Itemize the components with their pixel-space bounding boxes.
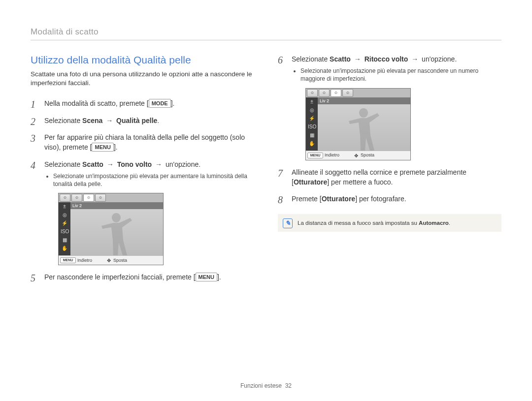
page-footer: Funzioni estese 32 bbox=[0, 382, 532, 389]
level-bar: Liv 2 bbox=[70, 202, 163, 209]
footer-page: 32 bbox=[285, 382, 292, 389]
step-5-a: Per nascondere le imperfezioni facciali,… bbox=[44, 273, 196, 281]
person-silhouette bbox=[346, 105, 381, 151]
right-column: Selezionate Scatto → Ritocco volto → un'… bbox=[278, 54, 501, 289]
step-8-b: ] per fotografare. bbox=[355, 195, 406, 203]
focus-icon: ◎ bbox=[308, 107, 316, 114]
step-1: Nella modalità di scatto, premete [MODE]… bbox=[31, 98, 254, 108]
arrow-icon: → bbox=[353, 55, 363, 63]
exposure-icon: ± bbox=[61, 203, 68, 210]
menu-key: MENU bbox=[196, 273, 217, 281]
camera-tab-icon: ☺ bbox=[60, 194, 70, 202]
arrow-icon: → bbox=[104, 117, 114, 124]
step-4-bold1: Scatto bbox=[82, 160, 103, 168]
note-icon: ✎ bbox=[283, 218, 293, 228]
step-7-bold: Otturatore bbox=[294, 178, 327, 186]
camera-tab-icon: ☺ bbox=[342, 89, 353, 97]
camera-side-icons: ± ◎ ⚡ ISO ▦ ✋ bbox=[306, 97, 318, 151]
step-6-b: un'opzione. bbox=[420, 55, 457, 63]
step-1-text-a: Nella modalità di scatto, premete [ bbox=[44, 99, 149, 107]
step-4-b: un'opzione. bbox=[164, 160, 200, 168]
step-8-a: Premete [ bbox=[292, 195, 322, 203]
camera-footer: MENU Indietro ✥ Sposta bbox=[306, 151, 410, 160]
camera-side-icons: ± ◎ ⚡ ISO ▦ ✋ bbox=[59, 202, 70, 255]
step-8-bold: Otturatore bbox=[322, 195, 355, 203]
step-7-b: ] per mettere a fuoco. bbox=[327, 178, 393, 186]
person-silhouette bbox=[99, 210, 133, 255]
step-7: Allineate il soggetto nella cornice e pr… bbox=[278, 167, 501, 187]
navpad-icon: ✥ bbox=[353, 153, 359, 158]
camera-tab-icon: ☺ bbox=[95, 194, 106, 202]
back-label: Indietro bbox=[325, 152, 353, 158]
arrow-icon: → bbox=[410, 55, 420, 63]
left-column: Utilizzo della modalità Qualità pelle Sc… bbox=[31, 54, 254, 289]
step-6-bold1: Scatto bbox=[330, 55, 351, 63]
step-5-b: ]. bbox=[217, 273, 221, 281]
step-4-a: Selezionate bbox=[44, 160, 82, 168]
camera-footer: MENU Indietro ✥ Sposta bbox=[59, 255, 163, 265]
step-3-b: ]. bbox=[114, 143, 118, 151]
arrow-icon: → bbox=[154, 160, 164, 168]
camera-tabs: ☺ ☺ ☺ ☺ bbox=[59, 193, 163, 202]
step-1-text-b: ]. bbox=[171, 99, 175, 107]
stabilizer-icon: ✋ bbox=[308, 140, 316, 147]
step-6-sub: Selezionate un'impostazione più elevata … bbox=[300, 67, 501, 83]
iso-icon: ISO bbox=[61, 228, 68, 235]
flash-icon: ⚡ bbox=[61, 220, 68, 227]
footer-label: Funzioni estese bbox=[240, 382, 282, 389]
note-text-bold: Automacro bbox=[419, 220, 449, 226]
chapter-title: Modalità di scatto bbox=[31, 27, 501, 40]
step-4-sub: Selezionate un'impostazione più elevata … bbox=[53, 172, 254, 188]
grid-icon: ▦ bbox=[308, 132, 316, 139]
step-3: Per far apparire più chiara la tonalità … bbox=[31, 132, 254, 153]
menu-key: MENU bbox=[307, 153, 323, 158]
camera-tab-icon: ☺ bbox=[319, 89, 330, 97]
step-2-a: Selezionate bbox=[44, 117, 82, 124]
camera-tab-icon: ☺ bbox=[71, 194, 82, 202]
step-4-bold2: Tono volto bbox=[117, 160, 152, 168]
note-text-a: La distanza di messa a fuoco sarà impost… bbox=[298, 220, 419, 226]
grid-icon: ▦ bbox=[61, 237, 68, 244]
menu-key: MENU bbox=[60, 257, 76, 263]
move-label: Sposta bbox=[113, 257, 127, 264]
camera-tab-icon: ☺ bbox=[331, 89, 341, 97]
mode-key: MODE bbox=[149, 99, 171, 108]
step-8: Premete [Otturatore] per fotografare. bbox=[278, 194, 501, 204]
flash-icon: ⚡ bbox=[308, 115, 316, 122]
stabilizer-icon: ✋ bbox=[61, 245, 68, 252]
section-intro: Scattate una foto di una persona utilizz… bbox=[31, 70, 254, 88]
camera-tab-icon: ☺ bbox=[83, 194, 94, 202]
section-title: Utilizzo della modalità Qualità pelle bbox=[31, 54, 254, 66]
camera-tabs: ☺ ☺ ☺ ☺ bbox=[306, 89, 410, 97]
back-label: Indietro bbox=[77, 257, 106, 264]
step-5: Per nascondere le imperfezioni facciali,… bbox=[31, 272, 254, 282]
step-2-end: . bbox=[157, 117, 159, 124]
camera-screen-1: ☺ ☺ ☺ ☺ ± ◎ ⚡ ISO ▦ ✋ bbox=[58, 193, 164, 265]
arrow-icon: → bbox=[105, 160, 115, 168]
menu-key: MENU bbox=[92, 143, 113, 152]
step-6-bold2: Ritocco volto bbox=[365, 55, 408, 63]
level-bar: Liv 2 bbox=[318, 97, 410, 104]
step-3-a: Per far apparire più chiara la tonalità … bbox=[44, 133, 245, 151]
note-text-b: . bbox=[449, 220, 450, 226]
step-2-bold2: Qualità pelle bbox=[116, 117, 157, 124]
camera-screen-2: ☺ ☺ ☺ ☺ ± ◎ ⚡ ISO ▦ ✋ bbox=[305, 88, 411, 160]
move-label: Sposta bbox=[361, 152, 374, 158]
step-4: Selezionate Scatto → Tono volto → un'opz… bbox=[31, 159, 254, 266]
step-6-a: Selezionate bbox=[292, 55, 330, 63]
note-box: ✎ La distanza di messa a fuoco sarà impo… bbox=[278, 214, 501, 232]
step-2: Selezionate Scena → Qualità pelle. bbox=[31, 116, 254, 125]
iso-icon: ISO bbox=[308, 123, 316, 130]
navpad-icon: ✥ bbox=[106, 257, 112, 263]
focus-icon: ◎ bbox=[61, 212, 68, 218]
step-2-bold1: Scena bbox=[82, 117, 102, 124]
camera-tab-icon: ☺ bbox=[307, 89, 318, 97]
exposure-icon: ± bbox=[308, 98, 316, 105]
step-6: Selezionate Scatto → Ritocco volto → un'… bbox=[278, 54, 501, 160]
